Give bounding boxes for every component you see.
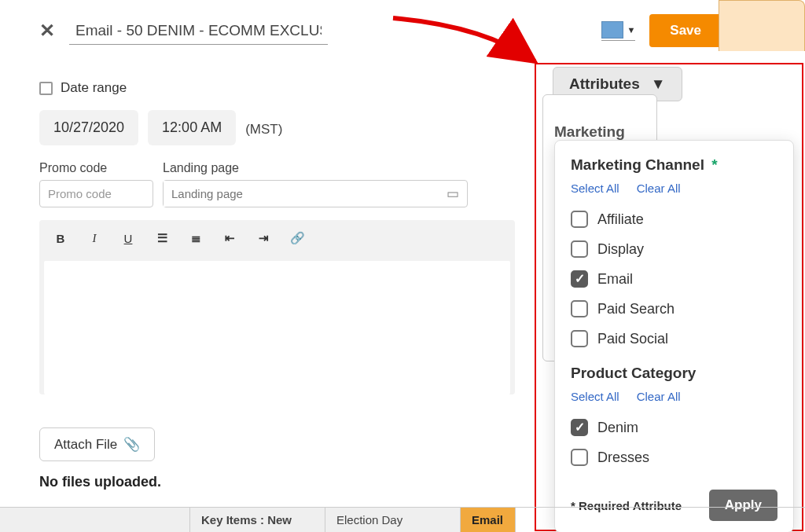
marketing-channel-title: Marketing Channel * xyxy=(571,156,777,174)
bottom-strip: Key Items : New Election Day Email xyxy=(0,507,805,532)
attributes-tab-label: Attributes xyxy=(569,75,640,93)
date-range-checkbox[interactable] xyxy=(39,82,53,95)
time-pill[interactable]: 12:00 AM xyxy=(148,110,236,145)
pc-checkbox[interactable] xyxy=(571,419,588,436)
mc-options-list: AffiliateDisplayEmailPaid SearchPaid Soc… xyxy=(571,204,777,354)
save-button[interactable]: Save xyxy=(649,14,722,47)
pc-option-dresses[interactable]: Dresses xyxy=(571,442,777,472)
landing-input-wrap: ▭ xyxy=(163,180,468,207)
promo-label: Promo code xyxy=(39,161,153,175)
ul-button[interactable]: ☰ xyxy=(155,231,169,245)
product-category-title: Product Category xyxy=(571,365,777,382)
header-bar: ✕ ▼ Save ⋮ xyxy=(0,0,805,57)
pc-checkbox[interactable] xyxy=(571,449,588,466)
mc-select-all[interactable]: Select All xyxy=(571,182,619,195)
mc-option-paid-search[interactable]: Paid Search xyxy=(571,294,777,324)
outdent-button[interactable]: ⇤ xyxy=(222,231,237,245)
indent-button[interactable]: ⇥ xyxy=(256,231,270,245)
mc-option-display[interactable]: Display xyxy=(571,234,777,264)
chevron-down-icon: ▼ xyxy=(651,75,666,93)
pc-option-label: Dresses xyxy=(597,449,649,466)
mc-checkbox[interactable] xyxy=(571,270,588,288)
mc-option-affiliate[interactable]: Affiliate xyxy=(571,204,777,234)
mc-option-label: Email xyxy=(597,271,633,288)
bottom-seg-election[interactable]: Election Day xyxy=(325,508,461,532)
date-range-label: Date range xyxy=(61,80,127,96)
italic-button[interactable]: I xyxy=(87,232,101,245)
landing-field: Landing page ▭ xyxy=(163,161,468,207)
paperclip-icon: 📎 xyxy=(123,436,140,453)
promo-input[interactable] xyxy=(39,180,153,207)
caret-down-icon: ▼ xyxy=(627,25,635,35)
mc-option-paid-social[interactable]: Paid Social xyxy=(571,324,777,354)
color-picker[interactable]: ▼ xyxy=(601,21,635,41)
landing-label: Landing page xyxy=(163,161,468,175)
pc-clear-all[interactable]: Clear All xyxy=(637,390,681,403)
rich-text-editor: B I U ☰ ≣ ⇤ ⇥ 🔗 xyxy=(39,220,515,394)
timezone-label: (MST) xyxy=(245,122,282,138)
ol-button[interactable]: ≣ xyxy=(189,231,203,245)
title-input[interactable] xyxy=(69,17,328,45)
promo-field: Promo code xyxy=(39,161,153,207)
required-asterisk: * xyxy=(711,156,717,173)
mc-checkbox[interactable] xyxy=(571,300,588,317)
link-button[interactable]: 🔗 xyxy=(290,231,304,245)
mc-option-label: Paid Search xyxy=(597,301,675,317)
mc-checkbox[interactable] xyxy=(571,240,588,258)
attach-file-label: Attach File xyxy=(54,437,117,453)
pc-select-row: Select All Clear All xyxy=(571,390,777,403)
editor-body[interactable] xyxy=(44,261,510,394)
mc-checkbox[interactable] xyxy=(571,211,588,228)
underline-button[interactable]: U xyxy=(121,232,135,245)
date-pill[interactable]: 10/27/2020 xyxy=(39,110,138,145)
mc-option-label: Affiliate xyxy=(597,211,644,228)
background-tab-strip xyxy=(719,0,805,51)
mc-clear-all[interactable]: Clear All xyxy=(637,182,681,195)
color-swatch xyxy=(601,21,623,39)
product-category-title-text: Product Category xyxy=(571,365,696,381)
pc-option-denim[interactable]: Denim xyxy=(571,413,777,442)
bottom-seg-keyitems[interactable]: Key Items : New xyxy=(190,508,325,532)
attach-file-button[interactable]: Attach File 📎 xyxy=(39,427,155,461)
mc-option-email[interactable]: Email xyxy=(571,264,777,294)
pc-select-all[interactable]: Select All xyxy=(571,390,619,403)
pc-options-list: DenimDresses xyxy=(571,413,777,472)
landing-input[interactable] xyxy=(164,181,439,207)
marketing-channel-title-text: Marketing Channel xyxy=(571,156,704,173)
bottom-seg-blank xyxy=(0,508,190,532)
editor-toolbar: B I U ☰ ≣ ⇤ ⇥ 🔗 xyxy=(39,220,515,256)
mc-select-row: Select All Clear All xyxy=(571,182,777,195)
bold-button[interactable]: B xyxy=(53,232,68,245)
marketing-heading: Marketing xyxy=(554,123,625,140)
mc-option-label: Display xyxy=(597,241,644,258)
attributes-popover: Marketing Channel * Select All Clear All… xyxy=(554,140,794,532)
card-icon[interactable]: ▭ xyxy=(439,185,467,202)
close-icon[interactable]: ✕ xyxy=(39,20,55,42)
bottom-seg-email[interactable]: Email xyxy=(461,508,516,532)
pc-option-label: Denim xyxy=(597,420,638,436)
mc-checkbox[interactable] xyxy=(571,330,588,347)
mc-option-label: Paid Social xyxy=(597,331,668,347)
